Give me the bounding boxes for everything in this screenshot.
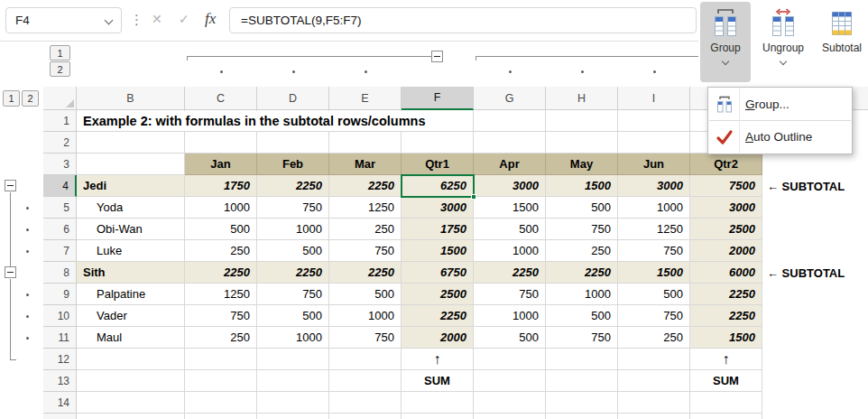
cell-J4[interactable]: 7500 [690, 175, 762, 197]
cell-E12[interactable] [329, 349, 402, 370]
cell-F4[interactable]: 6250 [402, 175, 474, 197]
cell-B9[interactable]: Palpatine [77, 284, 185, 305]
cell-F8[interactable]: 6750 [402, 262, 474, 284]
cell-G1[interactable] [474, 110, 546, 132]
cell-H10[interactable]: 500 [546, 305, 618, 327]
cell-D3[interactable]: Feb [257, 154, 329, 175]
column-header-I[interactable]: I [618, 87, 690, 110]
cell-F14[interactable] [402, 392, 474, 414]
row-header-5[interactable]: 5 [43, 197, 77, 219]
cell-I10[interactable]: 750 [618, 305, 690, 327]
row-header-12[interactable]: 12 [43, 349, 77, 370]
cell-E10[interactable]: 1000 [329, 305, 402, 327]
cell-B14[interactable] [77, 392, 185, 414]
row-outline-level-1[interactable]: 1 [3, 90, 20, 107]
cell-J11[interactable]: 1500 [690, 327, 762, 349]
cell-J5[interactable]: 3000 [690, 197, 762, 219]
cell-D9[interactable]: 750 [257, 284, 329, 305]
cell-D2[interactable] [257, 132, 329, 154]
cell-G13[interactable] [474, 370, 546, 392]
cell-G15[interactable] [474, 414, 546, 419]
cell-C12[interactable] [185, 349, 257, 370]
row-header-4[interactable]: 4 [43, 175, 77, 197]
column-outline-level-1[interactable]: 1 [50, 45, 70, 61]
cell-D14[interactable] [257, 392, 329, 414]
cell-I3[interactable]: Jun [618, 154, 690, 175]
cell-G4[interactable]: 3000 [474, 175, 546, 197]
cell-B13[interactable] [77, 370, 185, 392]
cell-G3[interactable]: Apr [474, 154, 546, 175]
menu-item-auto-outline[interactable]: Auto Outline [708, 121, 852, 153]
cell-I13[interactable] [618, 370, 690, 392]
row-header-3[interactable]: 3 [43, 154, 77, 175]
chevron-down-icon[interactable] [722, 58, 729, 65]
row-header-10[interactable]: 10 [43, 305, 77, 327]
cell-G11[interactable]: 500 [474, 327, 546, 349]
cell-E15[interactable] [329, 414, 402, 419]
cell-B10[interactable]: Vader [77, 305, 185, 327]
cell-F7[interactable]: 1500 [402, 240, 474, 262]
cell-B6[interactable]: Obi-Wan [77, 219, 185, 240]
cell-C6[interactable]: 500 [185, 219, 257, 240]
column-header-G[interactable]: G [474, 87, 546, 110]
column-header-C[interactable]: C [185, 87, 257, 110]
cell-I5[interactable]: 1000 [618, 197, 690, 219]
cell-I1[interactable] [618, 110, 690, 132]
cell-E5[interactable]: 1250 [329, 197, 402, 219]
cell-I11[interactable]: 250 [618, 327, 690, 349]
cell-J14[interactable] [690, 392, 762, 414]
row-header-13[interactable]: 13 [43, 370, 77, 392]
cell-J10[interactable]: 2250 [690, 305, 762, 327]
cell-C11[interactable]: 250 [185, 327, 257, 349]
cell-C2[interactable] [185, 132, 257, 154]
cell-I8[interactable]: 1500 [618, 262, 690, 284]
cell-D12[interactable] [257, 349, 329, 370]
cell-J8[interactable]: 6000 [690, 262, 762, 284]
cell-J3[interactable]: Qtr2 [690, 154, 762, 175]
cell-E14[interactable] [329, 392, 402, 414]
cell-I7[interactable]: 750 [618, 240, 690, 262]
cell-E13[interactable] [329, 370, 402, 392]
cell-G14[interactable] [474, 392, 546, 414]
cell-C9[interactable]: 1250 [185, 284, 257, 305]
cell-H6[interactable]: 750 [546, 219, 618, 240]
cell-G5[interactable]: 1500 [474, 197, 546, 219]
cell-H13[interactable] [546, 370, 618, 392]
cell-B15[interactable] [77, 414, 185, 419]
cell-C15[interactable] [185, 414, 257, 419]
cell-F13[interactable]: SUM [402, 370, 474, 392]
cell-C4[interactable]: 1750 [185, 175, 257, 197]
cell-D13[interactable] [257, 370, 329, 392]
cell-F5[interactable]: 3000 [402, 197, 474, 219]
cell-F11[interactable]: 2000 [402, 327, 474, 349]
cell-C8[interactable]: 2250 [185, 262, 257, 284]
cell-H8[interactable]: 2250 [546, 262, 618, 284]
subtotal-button[interactable]: Subtotal [816, 2, 868, 82]
row-header-8[interactable]: 8 [43, 262, 77, 284]
cell-I15[interactable] [618, 414, 690, 419]
column-header-E[interactable]: E [329, 87, 402, 110]
cell-F2[interactable] [402, 132, 474, 154]
cell-G6[interactable]: 500 [474, 219, 546, 240]
row-header-7[interactable]: 7 [43, 240, 77, 262]
row-header-6[interactable]: 6 [43, 219, 77, 240]
cell-D6[interactable]: 1000 [257, 219, 329, 240]
column-outline-level-2[interactable]: 2 [50, 61, 70, 77]
cell-H3[interactable]: May [546, 154, 618, 175]
cell-C14[interactable] [185, 392, 257, 414]
cell-G8[interactable]: 2250 [474, 262, 546, 284]
cell-G12[interactable] [474, 349, 546, 370]
cell-I9[interactable]: 500 [618, 284, 690, 305]
cell-H2[interactable] [546, 132, 618, 154]
cell-J7[interactable]: 2000 [690, 240, 762, 262]
cell-E11[interactable]: 750 [329, 327, 402, 349]
cell-H7[interactable]: 250 [546, 240, 618, 262]
cell-E6[interactable]: 250 [329, 219, 402, 240]
row-header-14[interactable]: 14 [43, 392, 77, 414]
cell-E9[interactable]: 500 [329, 284, 402, 305]
cell-E4[interactable]: 2250 [329, 175, 402, 197]
cell-C3[interactable]: Jan [185, 154, 257, 175]
cell-B8[interactable]: Sith [77, 262, 185, 284]
cell-H9[interactable]: 1000 [546, 284, 618, 305]
cell-J12[interactable]: ↑ [690, 349, 762, 370]
